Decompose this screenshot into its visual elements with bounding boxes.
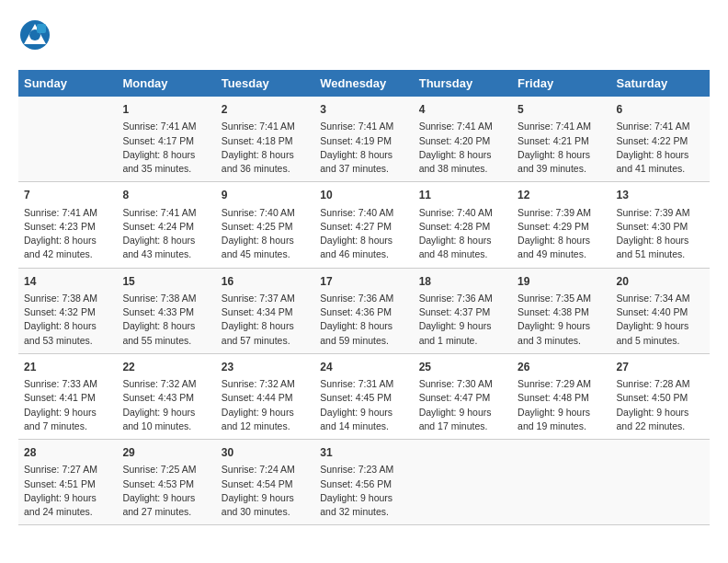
day-number: 19 — [518, 274, 605, 290]
day-number: 6 — [617, 102, 704, 118]
day-cell: 23Sunrise: 7:32 AM Sunset: 4:44 PM Dayli… — [216, 353, 314, 439]
day-number: 23 — [222, 360, 309, 375]
day-info: Sunrise: 7:24 AM Sunset: 4:54 PM Dayligh… — [222, 463, 309, 519]
day-number: 25 — [419, 360, 506, 375]
day-number: 29 — [122, 445, 210, 461]
calendar-table: SundayMondayTuesdayWednesdayThursdayFrid… — [18, 70, 710, 525]
day-info: Sunrise: 7:29 AM Sunset: 4:48 PM Dayligh… — [518, 377, 605, 433]
day-info: Sunrise: 7:40 AM Sunset: 4:25 PM Dayligh… — [222, 206, 309, 262]
header-cell-thursday: Thursday — [414, 70, 512, 97]
day-cell: 10Sunrise: 7:40 AM Sunset: 4:27 PM Dayli… — [314, 182, 413, 268]
day-cell: 26Sunrise: 7:29 AM Sunset: 4:48 PM Dayli… — [512, 353, 610, 439]
day-info: Sunrise: 7:37 AM Sunset: 4:34 PM Dayligh… — [222, 292, 309, 348]
day-info: Sunrise: 7:32 AM Sunset: 4:43 PM Dayligh… — [122, 377, 210, 433]
day-info: Sunrise: 7:41 AM Sunset: 4:18 PM Dayligh… — [222, 120, 309, 176]
day-number: 5 — [518, 102, 605, 118]
day-info: Sunrise: 7:30 AM Sunset: 4:47 PM Dayligh… — [419, 377, 506, 433]
day-cell: 31Sunrise: 7:23 AM Sunset: 4:56 PM Dayli… — [314, 440, 413, 525]
day-number: 18 — [419, 274, 506, 290]
day-number: 24 — [320, 360, 407, 375]
day-cell: 28Sunrise: 7:27 AM Sunset: 4:51 PM Dayli… — [18, 440, 117, 525]
day-number: 27 — [617, 360, 704, 375]
day-cell: 22Sunrise: 7:32 AM Sunset: 4:43 PM Dayli… — [117, 353, 215, 439]
day-number: 9 — [222, 188, 309, 203]
day-info: Sunrise: 7:36 AM Sunset: 4:36 PM Dayligh… — [320, 292, 407, 348]
header — [18, 18, 710, 55]
day-number: 14 — [24, 274, 111, 290]
day-info: Sunrise: 7:34 AM Sunset: 4:40 PM Dayligh… — [617, 292, 704, 348]
day-cell: 3Sunrise: 7:41 AM Sunset: 4:19 PM Daylig… — [314, 97, 413, 182]
header-cell-saturday: Saturday — [611, 70, 710, 97]
day-info: Sunrise: 7:38 AM Sunset: 4:33 PM Dayligh… — [122, 292, 210, 348]
day-number: 31 — [320, 445, 407, 461]
header-cell-friday: Friday — [512, 70, 610, 97]
day-cell: 29Sunrise: 7:25 AM Sunset: 4:53 PM Dayli… — [117, 440, 215, 525]
day-number: 28 — [24, 445, 111, 461]
day-number: 1 — [122, 102, 210, 118]
day-info: Sunrise: 7:41 AM Sunset: 4:19 PM Dayligh… — [320, 120, 407, 176]
day-number: 12 — [518, 188, 605, 203]
day-number: 16 — [222, 274, 309, 290]
day-number: 7 — [24, 188, 111, 203]
week-row-3: 14Sunrise: 7:38 AM Sunset: 4:32 PM Dayli… — [18, 268, 710, 353]
day-number: 17 — [320, 274, 407, 290]
day-info: Sunrise: 7:28 AM Sunset: 4:50 PM Dayligh… — [617, 377, 704, 433]
day-cell: 15Sunrise: 7:38 AM Sunset: 4:33 PM Dayli… — [117, 268, 215, 353]
day-number: 4 — [419, 102, 506, 118]
day-info: Sunrise: 7:27 AM Sunset: 4:51 PM Dayligh… — [24, 463, 111, 519]
day-cell — [18, 97, 117, 182]
day-cell: 8Sunrise: 7:41 AM Sunset: 4:24 PM Daylig… — [117, 182, 215, 268]
day-cell: 6Sunrise: 7:41 AM Sunset: 4:22 PM Daylig… — [611, 97, 710, 182]
day-cell: 20Sunrise: 7:34 AM Sunset: 4:40 PM Dayli… — [611, 268, 710, 353]
day-cell — [611, 440, 710, 525]
day-cell: 9Sunrise: 7:40 AM Sunset: 4:25 PM Daylig… — [216, 182, 314, 268]
day-cell: 30Sunrise: 7:24 AM Sunset: 4:54 PM Dayli… — [216, 440, 314, 525]
day-info: Sunrise: 7:41 AM Sunset: 4:23 PM Dayligh… — [24, 206, 111, 262]
day-info: Sunrise: 7:36 AM Sunset: 4:37 PM Dayligh… — [419, 292, 506, 348]
header-cell-sunday: Sunday — [18, 70, 117, 97]
day-cell — [512, 440, 610, 525]
day-number: 26 — [518, 360, 605, 375]
day-number: 8 — [122, 188, 210, 203]
day-cell: 5Sunrise: 7:41 AM Sunset: 4:21 PM Daylig… — [512, 97, 610, 182]
day-cell: 27Sunrise: 7:28 AM Sunset: 4:50 PM Dayli… — [611, 353, 710, 439]
day-info: Sunrise: 7:39 AM Sunset: 4:29 PM Dayligh… — [518, 206, 605, 262]
day-cell: 7Sunrise: 7:41 AM Sunset: 4:23 PM Daylig… — [18, 182, 117, 268]
day-info: Sunrise: 7:41 AM Sunset: 4:20 PM Dayligh… — [419, 120, 506, 176]
day-number: 20 — [617, 274, 704, 290]
day-number: 22 — [122, 360, 210, 375]
day-number: 3 — [320, 102, 407, 118]
day-cell: 1Sunrise: 7:41 AM Sunset: 4:17 PM Daylig… — [117, 97, 215, 182]
logo-icon — [18, 18, 51, 52]
day-cell: 24Sunrise: 7:31 AM Sunset: 4:45 PM Dayli… — [314, 353, 413, 439]
week-row-5: 28Sunrise: 7:27 AM Sunset: 4:51 PM Dayli… — [18, 440, 710, 525]
day-info: Sunrise: 7:35 AM Sunset: 4:38 PM Dayligh… — [518, 292, 605, 348]
day-info: Sunrise: 7:41 AM Sunset: 4:17 PM Dayligh… — [122, 120, 210, 176]
day-cell: 11Sunrise: 7:40 AM Sunset: 4:28 PM Dayli… — [414, 182, 512, 268]
day-number: 21 — [24, 360, 111, 375]
day-info: Sunrise: 7:40 AM Sunset: 4:27 PM Dayligh… — [320, 206, 407, 262]
day-info: Sunrise: 7:31 AM Sunset: 4:45 PM Dayligh… — [320, 377, 407, 433]
day-number: 11 — [419, 188, 506, 203]
day-info: Sunrise: 7:41 AM Sunset: 4:22 PM Dayligh… — [617, 120, 704, 176]
day-number: 15 — [122, 274, 210, 290]
day-cell — [414, 440, 512, 525]
week-row-4: 21Sunrise: 7:33 AM Sunset: 4:41 PM Dayli… — [18, 353, 710, 439]
day-cell: 14Sunrise: 7:38 AM Sunset: 4:32 PM Dayli… — [18, 268, 117, 353]
day-cell: 25Sunrise: 7:30 AM Sunset: 4:47 PM Dayli… — [414, 353, 512, 439]
week-row-2: 7Sunrise: 7:41 AM Sunset: 4:23 PM Daylig… — [18, 182, 710, 268]
day-number: 13 — [617, 188, 704, 203]
day-info: Sunrise: 7:25 AM Sunset: 4:53 PM Dayligh… — [122, 463, 210, 519]
day-cell: 13Sunrise: 7:39 AM Sunset: 4:30 PM Dayli… — [611, 182, 710, 268]
day-info: Sunrise: 7:41 AM Sunset: 4:21 PM Dayligh… — [518, 120, 605, 176]
day-cell: 4Sunrise: 7:41 AM Sunset: 4:20 PM Daylig… — [414, 97, 512, 182]
svg-rect-3 — [37, 24, 46, 33]
header-cell-monday: Monday — [117, 70, 215, 97]
header-cell-wednesday: Wednesday — [314, 70, 413, 97]
header-cell-tuesday: Tuesday — [216, 70, 314, 97]
logo — [18, 18, 55, 55]
day-cell: 12Sunrise: 7:39 AM Sunset: 4:29 PM Dayli… — [512, 182, 610, 268]
header-row: SundayMondayTuesdayWednesdayThursdayFrid… — [18, 70, 710, 97]
day-cell: 19Sunrise: 7:35 AM Sunset: 4:38 PM Dayli… — [512, 268, 610, 353]
day-cell: 2Sunrise: 7:41 AM Sunset: 4:18 PM Daylig… — [216, 97, 314, 182]
